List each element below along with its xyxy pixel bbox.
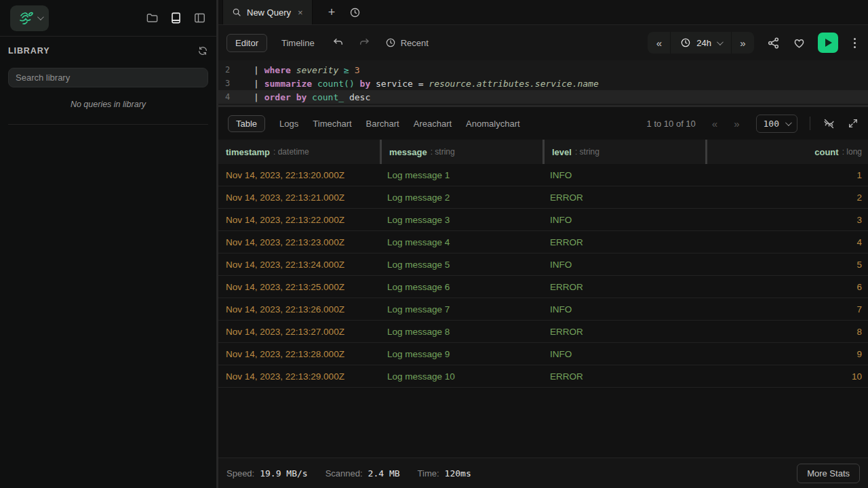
tab-close-icon[interactable]: ×: [298, 7, 303, 18]
panel-left-icon[interactable]: [193, 12, 206, 24]
more-stats-button[interactable]: More Stats: [797, 464, 860, 483]
time-range-value: 24h: [696, 38, 711, 48]
search-library-input[interactable]: [8, 68, 208, 87]
view-tab-barchart[interactable]: Barchart: [366, 119, 399, 129]
editor-line[interactable]: 3| summarize count() by service = resour…: [218, 77, 868, 90]
search-icon: [232, 7, 241, 17]
editor-line[interactable]: 4| order by count_ desc: [218, 90, 868, 104]
code-text: | order by count_ desc: [254, 92, 370, 102]
view-tab-timechart[interactable]: Timechart: [313, 119, 351, 129]
run-query-button[interactable]: [818, 33, 838, 53]
sidebar-header: [0, 0, 216, 37]
query-editor[interactable]: 2| where severity ≥ 33| summarize count(…: [218, 60, 868, 105]
time-range-dropdown[interactable]: 24h: [670, 32, 732, 54]
refresh-icon[interactable]: [197, 45, 208, 56]
level-cell: INFO: [542, 349, 705, 359]
level-cell: ERROR: [542, 192, 705, 203]
table-row[interactable]: Nov 14, 2023, 22:13:24.000ZLog message 5…: [218, 253, 868, 276]
clock-icon: [680, 37, 691, 48]
app-logo-button[interactable]: [10, 5, 49, 31]
view-tab-anomalychart[interactable]: Anomalychart: [466, 119, 519, 129]
logo-chevron-down-icon: [37, 14, 43, 20]
code-text: | summarize count() by service = resourc…: [254, 79, 599, 89]
recent-label: Recent: [401, 38, 429, 48]
more-options-kebab-icon[interactable]: [851, 35, 859, 51]
scanned-label: Scanned:: [326, 468, 363, 479]
next-page-button[interactable]: »: [734, 118, 739, 129]
new-tab-button[interactable]: +: [328, 6, 336, 18]
time-label: Time:: [418, 468, 439, 479]
view-tabs: TableLogsTimechartBarchartAreachartAnoma…: [239, 115, 520, 132]
table-row[interactable]: Nov 14, 2023, 22:13:22.000ZLog message 3…: [218, 209, 868, 231]
column-name: level: [552, 147, 572, 157]
speed-value: 19.9 MB/s: [260, 468, 307, 479]
page-size-dropdown[interactable]: 100: [756, 115, 797, 133]
folder-icon[interactable]: [146, 12, 159, 24]
library-divider: [8, 124, 208, 125]
share-icon[interactable]: [767, 37, 780, 49]
timeline-mode-button[interactable]: Timeline: [277, 35, 319, 52]
message-cell: Log message 3: [380, 215, 542, 225]
view-tab-table[interactable]: Table: [228, 115, 265, 132]
library-section: LIBRARY No queries in library: [0, 37, 216, 125]
message-cell: Log message 4: [380, 237, 542, 247]
speed-label: Speed:: [226, 468, 254, 479]
pagination-range-text: 1 to 10 of 10: [647, 119, 696, 129]
hide-columns-eye-off-icon[interactable]: [823, 117, 835, 130]
count-cell: 1: [705, 170, 868, 180]
library-book-icon[interactable]: [170, 12, 182, 24]
level-cell: ERROR: [542, 327, 705, 337]
expand-fullscreen-icon[interactable]: [848, 118, 859, 129]
table-row[interactable]: Nov 14, 2023, 22:13:23.000ZLog message 4…: [218, 231, 868, 253]
query-history-icon[interactable]: [349, 7, 361, 18]
library-title: LIBRARY: [8, 46, 50, 56]
timestamp-cell: Nov 14, 2023, 22:13:24.000Z: [218, 260, 380, 270]
time-range-group: « 24h »: [648, 32, 754, 54]
query-toolbar: Editor Timeline Recent «: [218, 25, 868, 60]
toolbar-divider: [810, 117, 810, 130]
column-header-timestamp[interactable]: timestamp: datetime: [218, 140, 380, 164]
view-tab-areachart[interactable]: Areachart: [414, 119, 452, 129]
undo-icon[interactable]: [332, 37, 344, 49]
table-row[interactable]: Nov 14, 2023, 22:13:25.000ZLog message 6…: [218, 276, 868, 298]
level-cell: INFO: [542, 170, 705, 180]
table-row[interactable]: Nov 14, 2023, 22:13:29.000ZLog message 1…: [218, 365, 868, 388]
table-row[interactable]: Nov 14, 2023, 22:13:20.000ZLog message 1…: [218, 164, 868, 186]
table-row[interactable]: Nov 14, 2023, 22:13:28.000ZLog message 9…: [218, 343, 868, 365]
table-row[interactable]: Nov 14, 2023, 22:13:26.000ZLog message 7…: [218, 298, 868, 321]
time-shift-back-button[interactable]: «: [648, 32, 670, 54]
column-type: : string: [575, 147, 599, 157]
view-tab-logs[interactable]: Logs: [279, 119, 298, 129]
editor-line[interactable]: 2| where severity ≥ 3: [218, 63, 868, 77]
timestamp-cell: Nov 14, 2023, 22:13:27.000Z: [218, 327, 380, 337]
results-panel: TableLogsTimechartBarchartAreachartAnoma…: [218, 107, 868, 488]
scanned-value: 2.4 MB: [368, 468, 400, 479]
count-cell: 8: [705, 327, 868, 337]
column-type: : datetime: [273, 147, 309, 157]
prev-page-button[interactable]: «: [712, 118, 717, 129]
timestamp-cell: Nov 14, 2023, 22:13:29.000Z: [218, 371, 380, 382]
column-name: timestamp: [226, 147, 270, 157]
table-header-row: timestamp: datetimemessage: stringlevel:…: [218, 140, 868, 164]
favorite-heart-icon[interactable]: [793, 37, 806, 49]
message-cell: Log message 7: [380, 304, 542, 314]
table-body: Nov 14, 2023, 22:13:20.000ZLog message 1…: [218, 164, 868, 388]
play-icon: [825, 39, 832, 47]
column-header-count[interactable]: count: long: [705, 140, 868, 164]
table-row[interactable]: Nov 14, 2023, 22:13:21.000ZLog message 2…: [218, 186, 868, 209]
editor-mode-button[interactable]: Editor: [226, 34, 267, 52]
redo-icon[interactable]: [358, 37, 370, 49]
recent-button[interactable]: Recent: [385, 37, 429, 48]
count-cell: 2: [705, 192, 868, 203]
message-cell: Log message 2: [380, 192, 542, 203]
time-shift-forward-button[interactable]: »: [732, 32, 754, 54]
tab-new-query[interactable]: New Query ×: [222, 0, 313, 24]
level-cell: INFO: [542, 260, 705, 270]
column-name: message: [389, 147, 427, 157]
level-cell: ERROR: [542, 237, 705, 247]
timestamp-cell: Nov 14, 2023, 22:13:28.000Z: [218, 349, 380, 359]
column-header-message[interactable]: message: string: [380, 140, 542, 164]
table-row[interactable]: Nov 14, 2023, 22:13:27.000ZLog message 8…: [218, 321, 868, 343]
column-type: : string: [431, 147, 455, 157]
column-header-level[interactable]: level: string: [542, 140, 705, 164]
